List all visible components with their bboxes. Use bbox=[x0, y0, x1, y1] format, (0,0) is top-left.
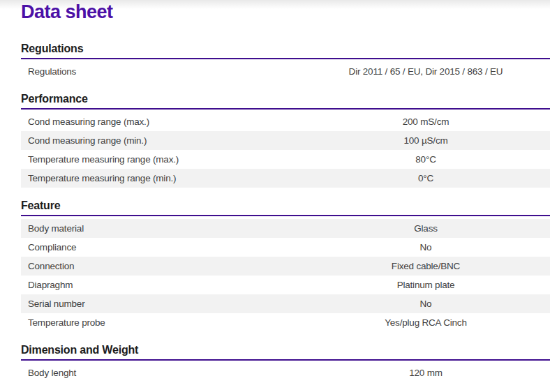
section-dimension-and-weight: Dimension and Weight Body lenght 120 mm bbox=[21, 343, 550, 382]
table-row: Body lenght 120 mm bbox=[21, 363, 550, 382]
spec-table-feature: Body material Glass Compliance No Connec… bbox=[21, 219, 550, 332]
section-title-performance: Performance bbox=[21, 92, 550, 110]
spec-value: No bbox=[302, 242, 550, 252]
spec-value: 100 µS/cm bbox=[302, 135, 550, 146]
spec-label: Temperature probe bbox=[21, 317, 105, 328]
spec-value: 120 mm bbox=[302, 368, 550, 378]
table-row: Connection Fixed cable/BNC bbox=[21, 257, 550, 276]
spec-label: Diapraghm bbox=[21, 280, 73, 290]
spec-label: Cond measuring range (max.) bbox=[21, 116, 149, 127]
table-row: Diapraghm Platinum plate bbox=[21, 276, 550, 294]
section-performance: Performance Cond measuring range (max.) … bbox=[21, 92, 550, 188]
spec-label: Temperature measuring range (max.) bbox=[21, 154, 179, 165]
table-row: Temperature measuring range (min.) 0°C bbox=[21, 169, 550, 188]
section-title-feature: Feature bbox=[21, 199, 550, 216]
section-feature: Feature Body material Glass Compliance N… bbox=[21, 199, 550, 332]
section-title-regulations: Regulations bbox=[21, 42, 550, 59]
spec-value: Glass bbox=[302, 223, 550, 234]
spec-label: Regulations bbox=[21, 66, 76, 77]
spec-table-regulations: Regulations Dir 2011 / 65 / EU, Dir 2015… bbox=[21, 62, 550, 81]
spec-label: Cond measuring range (min.) bbox=[21, 135, 147, 146]
table-row: Compliance No bbox=[21, 238, 550, 257]
spec-label: Connection bbox=[21, 261, 74, 271]
table-row: Cond measuring range (max.) 200 mS/cm bbox=[21, 112, 550, 131]
spec-value: Platinum plate bbox=[302, 280, 550, 290]
table-row: Temperature probe Yes/plug RCA Cinch bbox=[21, 313, 550, 332]
table-row: Temperature measuring range (max.) 80°C bbox=[21, 150, 550, 169]
spec-value: 0°C bbox=[302, 173, 550, 183]
spec-label: Temperature measuring range (min.) bbox=[21, 173, 176, 183]
spec-value: Dir 2011 / 65 / EU, Dir 2015 / 863 / EU bbox=[302, 66, 550, 77]
spec-table-dimension-and-weight: Body lenght 120 mm bbox=[21, 363, 550, 382]
table-row: Regulations Dir 2011 / 65 / EU, Dir 2015… bbox=[21, 62, 550, 81]
table-row: Body material Glass bbox=[21, 219, 550, 238]
spec-table-performance: Cond measuring range (max.) 200 mS/cm Co… bbox=[21, 112, 550, 188]
section-title-dimension-and-weight: Dimension and Weight bbox=[21, 343, 550, 361]
spec-value: Yes/plug RCA Cinch bbox=[302, 317, 550, 328]
table-row: Cond measuring range (min.) 100 µS/cm bbox=[21, 131, 550, 150]
datasheet-page: Data sheet Regulations Regulations Dir 2… bbox=[21, 0, 550, 382]
spec-value: 80°C bbox=[302, 154, 550, 165]
section-regulations: Regulations Regulations Dir 2011 / 65 / … bbox=[21, 42, 550, 81]
spec-label: Compliance bbox=[21, 242, 76, 252]
table-row: Serial number No bbox=[21, 294, 550, 313]
page-title: Data sheet bbox=[21, 0, 550, 22]
spec-label: Body material bbox=[21, 223, 84, 234]
spec-label: Serial number bbox=[21, 299, 84, 309]
spec-value: 200 mS/cm bbox=[302, 116, 550, 127]
spec-value: No bbox=[302, 299, 550, 309]
spec-label: Body lenght bbox=[21, 368, 76, 378]
spec-value: Fixed cable/BNC bbox=[302, 261, 550, 271]
